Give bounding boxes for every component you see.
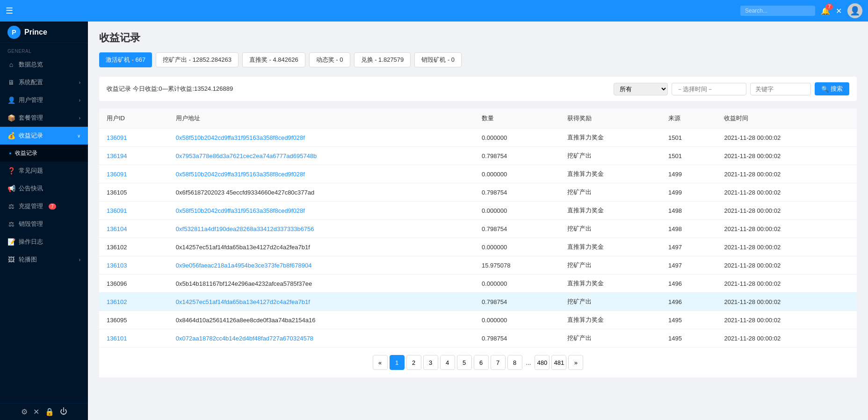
cell-amount: 0.000000 <box>474 238 560 256</box>
cell-uid[interactable]: 136091 <box>99 202 168 220</box>
sidebar-bottom: ⚙ ✕ 🔒 ⏻ <box>0 403 88 420</box>
cell-address[interactable]: 0x58f510b2042cd9ffa31f95163a358f8ced9f02… <box>168 129 474 147</box>
monitor-icon: 🖥 <box>7 79 15 86</box>
menu-icon[interactable]: ☰ <box>6 6 13 16</box>
next-page-button[interactable]: » <box>568 355 583 370</box>
page-5-button[interactable]: 5 <box>457 355 472 370</box>
cell-time: 2021-11-28 00:00:02 <box>716 129 857 147</box>
page-2-button[interactable]: 2 <box>406 355 421 370</box>
cell-source: 1498 <box>661 220 716 238</box>
cell-uid[interactable]: 136103 <box>99 256 168 275</box>
tools-icon[interactable]: ✕ <box>33 407 39 416</box>
cell-amount: 0.000000 <box>474 311 560 329</box>
sidebar-item-oplog[interactable]: 📝 操作日志 <box>0 233 88 251</box>
filter-summary: 收益记录 今日收益:0—累计收益:13524.126889 <box>107 85 233 93</box>
cell-time: 2021-11-28 00:00:02 <box>716 202 857 220</box>
cell-address[interactable]: 0x58f510b2042cd9ffa31f95163a358f8ced9f02… <box>168 165 474 183</box>
sidebar-item-announcements[interactable]: 📢 公告快讯 <box>0 180 88 197</box>
page-title: 收益记录 <box>99 31 857 45</box>
cell-address: 0x8464d10a25614126a8ee8cde0f3aa74ba2154a… <box>168 311 474 329</box>
cell-uid[interactable]: 136091 <box>99 129 168 147</box>
search-button[interactable]: 🔍 搜索 <box>815 82 849 95</box>
cell-uid[interactable]: 136194 <box>99 147 168 165</box>
cell-source: 1495 <box>661 329 716 348</box>
sidebar-item-label: 操作日志 <box>19 238 43 246</box>
stat-tab-destroy[interactable]: 销毁矿机 - 0 <box>414 52 462 67</box>
cell-uid: 136096 <box>99 275 168 293</box>
table-row: 136096 0x5b14b181167bf124e296ae4232afcea… <box>99 275 857 293</box>
cell-reward: 直推算力奖金 <box>560 275 661 293</box>
cell-uid[interactable]: 136091 <box>99 165 168 183</box>
main-content: 收益记录 激活矿机 - 667 挖矿产出 - 12852.284263 直推奖 … <box>88 22 868 420</box>
cell-uid[interactable]: 136104 <box>99 220 168 238</box>
page-4-button[interactable]: 4 <box>440 355 455 370</box>
close-button[interactable]: ✕ <box>836 7 842 15</box>
cell-amount: 0.000000 <box>474 129 560 147</box>
cell-time: 2021-11-28 00:00:02 <box>716 329 857 348</box>
sidebar-item-label: 收益记录 <box>19 131 43 140</box>
page-8-button[interactable]: 8 <box>507 355 522 370</box>
page-7-button[interactable]: 7 <box>491 355 506 370</box>
cell-uid: 136102 <box>99 238 168 256</box>
notification-button[interactable]: 🔔 7 <box>821 7 830 15</box>
logo-icon: P <box>7 26 21 39</box>
keyword-filter-input[interactable] <box>750 83 811 95</box>
prev-page-button[interactable]: « <box>373 355 388 370</box>
sidebar-item-dashboard[interactable]: ⌂ 数据总览 <box>0 56 88 73</box>
lock-icon[interactable]: 🔒 <box>45 407 54 416</box>
table-row: 136102 0x14257ec51af14fda65ba13e4127d2c4… <box>99 293 857 311</box>
sidebar-sub-earnings: 收益记录 <box>0 145 88 162</box>
time-filter-input[interactable] <box>672 83 746 95</box>
sidebar-item-recharge[interactable]: ⚖ 充提管理 7 <box>0 197 88 215</box>
stat-tab-mining[interactable]: 挖矿产出 - 12852.284263 <box>156 52 239 67</box>
sidebar-item-label: 系统配置 <box>19 78 43 87</box>
cell-uid[interactable]: 136102 <box>99 293 168 311</box>
cell-reward: 直推算力奖金 <box>560 129 661 147</box>
stat-tab-activate[interactable]: 激活矿机 - 667 <box>99 52 152 67</box>
cell-amount: 0.000000 <box>474 202 560 220</box>
cell-address[interactable]: 0x58f510b2042cd9ffa31f95163a358f8ced9f02… <box>168 202 474 220</box>
stat-tab-exchange[interactable]: 兑换 - 1.827579 <box>354 52 411 67</box>
sidebar-item-users[interactable]: 👤 用户管理 › <box>0 91 88 109</box>
cell-address[interactable]: 0x072aa18782cc4b14e2d4bf48fad727a6703245… <box>168 329 474 348</box>
avatar[interactable]: 👤 <box>847 3 862 18</box>
cell-amount: 0.798754 <box>474 183 560 202</box>
package-icon: 📦 <box>7 114 15 122</box>
chevron-icon: › <box>79 257 80 262</box>
sidebar-item-destroy[interactable]: ⚖ 销毁管理 <box>0 215 88 233</box>
table-row: 136095 0x8464d10a25614126a8ee8cde0f3aa74… <box>99 311 857 329</box>
cell-reward: 挖矿产出 <box>560 147 661 165</box>
page-3-button[interactable]: 3 <box>423 355 438 370</box>
filter-row: 收益记录 今日收益:0—累计收益:13524.126889 所有 挖矿产出 直推… <box>99 77 857 101</box>
cell-reward: 挖矿产出 <box>560 329 661 348</box>
col-header-time: 收益时间 <box>716 109 857 129</box>
cell-address[interactable]: 0x7953a778e86d3a7621cec2ea74a6777ad69574… <box>168 147 474 165</box>
sidebar: P Prince GENERAL ⌂ 数据总览 🖥 系统配置 › 👤 用户管理 … <box>0 22 88 420</box>
page-480-button[interactable]: 480 <box>535 355 550 370</box>
cell-source: 1497 <box>661 238 716 256</box>
page-481-button[interactable]: 481 <box>551 355 566 370</box>
page-1-button[interactable]: 1 <box>390 355 405 370</box>
cell-reward: 挖矿产出 <box>560 256 661 275</box>
sidebar-item-carousel[interactable]: 🖼 轮播图 › <box>0 251 88 268</box>
stat-tab-dynamic[interactable]: 动态奖 - 0 <box>309 52 350 67</box>
cell-source: 1501 <box>661 147 716 165</box>
filter-select[interactable]: 所有 挖矿产出 直推算力奖金 动态奖 兑换 销毁矿机 <box>614 83 668 95</box>
sidebar-item-system[interactable]: 🖥 系统配置 › <box>0 73 88 91</box>
search-input[interactable] <box>740 6 815 16</box>
cell-address[interactable]: 0x9e056faeac218a1a4954be3ce373fe7b8f6789… <box>168 256 474 275</box>
recharge-icon: ⚖ <box>7 203 15 210</box>
cell-address: 0x6f56187202023 45eccfd9334660e427c80c37… <box>168 183 474 202</box>
cell-address[interactable]: 0x14257ec51af14fda65ba13e4127d2c4a2fea7b… <box>168 293 474 311</box>
cell-uid[interactable]: 136101 <box>99 329 168 348</box>
sidebar-sub-label: 收益记录 <box>15 149 37 157</box>
settings-icon[interactable]: ⚙ <box>21 407 28 416</box>
stat-tab-direct[interactable]: 直推奖 - 4.842626 <box>242 52 305 67</box>
page-6-button[interactable]: 6 <box>474 355 489 370</box>
power-icon[interactable]: ⏻ <box>60 407 67 416</box>
sidebar-item-earnings-record[interactable]: 收益记录 <box>0 145 88 162</box>
sidebar-item-packages[interactable]: 📦 套餐管理 › <box>0 109 88 127</box>
sidebar-item-earnings[interactable]: 💰 收益记录 ∨ <box>0 127 88 145</box>
sidebar-item-faq[interactable]: ❓ 常见问题 <box>0 162 88 180</box>
cell-address[interactable]: 0xf532811a4df190dea28268a33412d337333b67… <box>168 220 474 238</box>
